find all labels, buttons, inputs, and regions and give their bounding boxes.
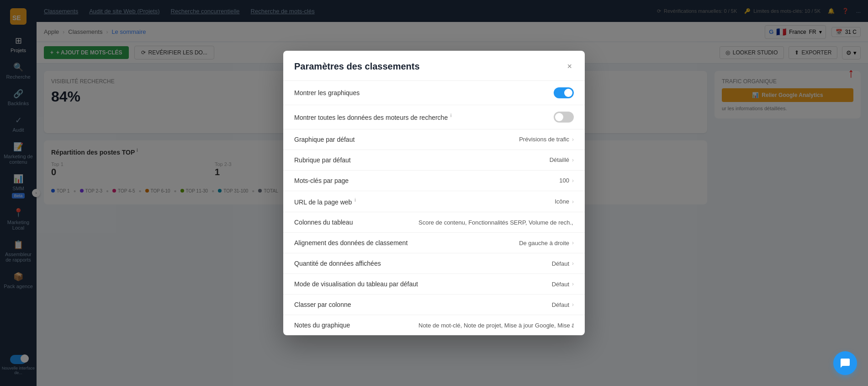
chevron-icon-6: › [572,240,574,246]
keywords-per-page-label: Mots-clés par page [294,177,349,184]
modal-row-sort-by-column[interactable]: Classer par colonne Défaut › [283,295,585,315]
default-section-label: Rubrique par défaut [294,156,351,164]
modal-row-keywords-per-page[interactable]: Mots-clés par page 100 › [283,171,585,191]
default-graph-label: Graphique par défaut [294,136,355,143]
sort-by-column-value: Défaut › [552,301,574,308]
chevron-icon-3: › [572,177,574,184]
modal-row-show-all-engines: Montrer toutes les données des moteurs d… [283,105,585,129]
chevron-icon-2: › [572,157,574,163]
table-view-mode-label: Mode de visualisation du tableau par déf… [294,280,418,288]
modal-row-default-section[interactable]: Rubrique par défaut Détaillé › [283,150,585,171]
modal-row-graph-notes[interactable]: Notes du graphique Note de mot-clé, Note… [283,315,585,335]
modal-row-data-alignment[interactable]: Alignement des données de classement De … [283,233,585,253]
table-columns-value: Score de contenu, Fonctionnalités SERP, … [418,219,574,226]
modal-title: Paramètres des classements [294,61,420,72]
modal-row-table-columns[interactable]: Colonnes du tableau Score de contenu, Fo… [283,212,585,233]
webpage-url-label: URL de la page web i [294,198,355,206]
chevron-icon: › [572,136,574,143]
data-quantity-value: Défaut › [552,260,574,267]
info-icon-url: i [355,198,355,203]
chevron-icon-7: › [572,260,574,267]
modal-row-table-view-mode[interactable]: Mode de visualisation du tableau par déf… [283,274,585,295]
show-graphs-label: Montrer les graphiques [294,89,360,96]
chevron-icon-4: › [572,198,574,205]
table-columns-label: Colonnes du tableau [294,219,353,226]
graph-notes-value: Note de mot-clé, Note de projet, Mise à … [418,322,574,329]
modal-close-button[interactable]: × [565,60,574,73]
modal-body: Montrer les graphiques Montrer toutes le… [283,81,585,336]
modal-row-show-graphs: Montrer les graphiques [283,81,585,105]
webpage-url-value: Icône › [555,198,574,205]
default-graph-value: Prévisions de trafic › [519,136,574,143]
graph-notes-label: Notes du graphique [294,322,350,329]
show-graphs-toggle[interactable] [554,87,574,98]
keywords-per-page-value: 100 › [559,177,574,184]
modal-row-data-quantity[interactable]: Quantité de données affichées Défaut › [283,253,585,274]
modal-row-default-graph[interactable]: Graphique par défaut Prévisions de trafi… [283,129,585,150]
data-quantity-label: Quantité de données affichées [294,260,381,267]
modal-row-webpage-url[interactable]: URL de la page web i Icône › [283,191,585,213]
chat-icon [840,358,851,369]
show-all-engines-label: Montrer toutes les données des moteurs d… [294,113,451,121]
modal-header: Paramètres des classements × [283,51,585,81]
settings-modal: Paramètres des classements × Montrer les… [283,51,585,336]
modal-overlay: Paramètres des classements × Montrer les… [0,0,868,386]
default-section-value: Détaillé › [550,156,574,163]
data-alignment-value: De gauche à droite › [519,240,574,247]
table-view-mode-value: Défaut › [552,281,574,288]
data-alignment-label: Alignement des données de classement [294,239,408,247]
sort-by-column-label: Classer par colonne [294,301,351,308]
info-icon-engines: i [450,113,451,118]
chevron-icon-9: › [572,301,574,308]
chat-button[interactable] [833,351,857,375]
show-all-engines-toggle[interactable] [554,112,574,123]
chevron-icon-8: › [572,281,574,287]
